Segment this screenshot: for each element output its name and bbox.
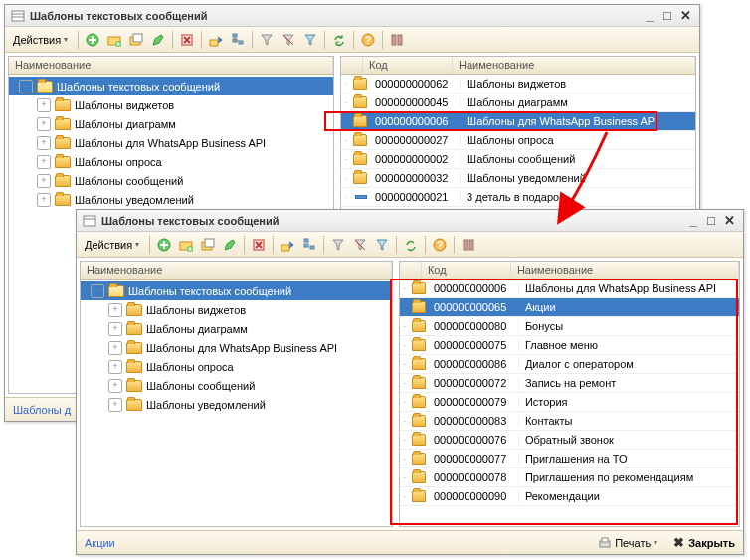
col-code[interactable]: Код <box>422 262 511 279</box>
tree-item[interactable]: +Шаблоны уведомлений <box>81 395 392 414</box>
maximize-button[interactable]: □ <box>703 214 719 228</box>
expand-icon[interactable]: + <box>37 136 51 150</box>
minimize-button[interactable]: _ <box>642 9 657 23</box>
close-button[interactable]: ✕ <box>677 9 693 23</box>
tree-item-label: Шаблоны для WhatsApp Business API <box>75 137 266 149</box>
tree-item[interactable]: +Шаблоны виджетов <box>9 95 333 114</box>
copy-button[interactable] <box>126 30 146 50</box>
folder-icon <box>55 175 71 187</box>
settings-button[interactable] <box>459 235 478 255</box>
grid-row[interactable]: ·000000000045Шаблоны диаграмм <box>341 93 695 112</box>
move-button[interactable] <box>206 30 226 50</box>
tree-item[interactable]: +Шаблоны диаграмм <box>81 319 392 338</box>
tree-item[interactable]: +Шаблоны опроса <box>81 357 392 376</box>
close-button[interactable]: ✕ <box>721 214 737 228</box>
grid-row[interactable]: ·000000000002Шаблоны сообщений <box>341 150 695 169</box>
refresh-button[interactable] <box>401 235 421 255</box>
cell-name: История <box>519 396 739 408</box>
grid-row[interactable]: ·0000000000213 деталь в подарок <box>341 188 695 207</box>
titlebar[interactable]: Шаблоны текстовых сообщений _ □ ✕ <box>5 5 699 27</box>
grid-row[interactable]: ·000000000080Бонусы <box>400 317 739 336</box>
col-code[interactable]: Код <box>363 57 453 74</box>
delete-button[interactable] <box>249 235 269 255</box>
tree-item[interactable]: +Шаблоны диаграмм <box>9 114 333 133</box>
add-folder-button[interactable] <box>176 235 196 255</box>
grid-row[interactable]: ·000000000006Шаблоны для WhatsApp Busine… <box>341 112 695 131</box>
filter-button[interactable] <box>257 30 277 50</box>
tree-item[interactable]: +Шаблоны для WhatsApp Business API <box>81 338 392 357</box>
help-button[interactable]: ? <box>358 30 378 50</box>
sort-button[interactable] <box>372 235 392 255</box>
print-menu[interactable]: Печать <box>594 533 663 553</box>
grid-row[interactable]: ·000000000062Шаблоны виджетов <box>341 75 695 93</box>
expand-icon[interactable]: + <box>37 155 51 169</box>
titlebar[interactable]: Шаблоны текстовых сообщений _ □ ✕ <box>77 210 743 232</box>
actions-menu[interactable]: Действия <box>81 235 145 255</box>
col-name[interactable]: Наименование <box>511 262 739 279</box>
expand-icon[interactable]: + <box>108 303 122 317</box>
minimize-button[interactable]: _ <box>685 214 701 228</box>
tree-item[interactable]: +Шаблоны опроса <box>9 152 333 171</box>
edit-button[interactable] <box>148 30 168 50</box>
hierarchy-button[interactable] <box>228 30 248 50</box>
collapse-icon[interactable]: − <box>19 80 33 93</box>
filter-button[interactable] <box>328 235 348 255</box>
filter-off-button[interactable] <box>350 235 370 255</box>
tree-item[interactable]: +Шаблоны уведомлений <box>9 190 333 209</box>
tree-item[interactable]: +Шаблоны виджетов <box>81 300 392 319</box>
tree-item[interactable]: −Шаблоны текстовых сообщений <box>9 77 333 95</box>
maximize-button[interactable]: □ <box>659 9 675 23</box>
grid-row[interactable]: ·000000000078Приглашения по рекомендация… <box>400 468 739 487</box>
grid-row[interactable]: ·000000000065Акции <box>400 298 739 317</box>
actions-menu[interactable]: Действия <box>9 30 74 50</box>
refresh-button[interactable] <box>329 30 349 50</box>
help-button[interactable]: ? <box>430 235 450 255</box>
grid-row[interactable]: ·000000000075Главное меню <box>400 336 739 355</box>
hierarchy-button[interactable] <box>299 235 319 255</box>
col-name[interactable]: Наименование <box>453 57 695 74</box>
svg-rect-16 <box>398 35 402 45</box>
filter-off-button[interactable] <box>279 30 298 50</box>
move-button[interactable] <box>278 235 297 255</box>
grid-row[interactable]: ·000000000083Контакты <box>400 412 739 431</box>
tree-item[interactable]: +Шаблоны для WhatsApp Business API <box>9 133 333 152</box>
grid-row[interactable]: ·000000000076Обратный звонок <box>400 431 739 450</box>
svg-rect-31 <box>464 240 468 250</box>
expand-icon[interactable]: + <box>37 193 51 207</box>
grid-row[interactable]: ·000000000077Приглашения на ТО <box>400 450 739 468</box>
expand-icon[interactable]: + <box>108 341 122 355</box>
grid[interactable]: ·000000000006Шаблоны для WhatsApp Busine… <box>400 280 739 526</box>
grid-row[interactable]: ·000000000090Рекомендации <box>400 487 739 506</box>
add-button[interactable] <box>83 30 102 50</box>
close-action[interactable]: ✖ Закрыть <box>673 535 735 550</box>
folder-icon <box>412 396 426 408</box>
expand-icon[interactable]: + <box>108 360 122 374</box>
grid-row[interactable]: ·000000000006Шаблоны для WhatsApp Busine… <box>400 280 739 298</box>
cell-code: 000000000083 <box>430 415 519 427</box>
grid-row[interactable]: ·000000000072Запись на ремонт <box>400 374 739 393</box>
expand-icon[interactable]: + <box>37 174 51 188</box>
add-folder-button[interactable] <box>104 30 124 50</box>
grid-row[interactable]: ·000000000032Шаблоны уведомлений <box>341 169 695 188</box>
tree-item[interactable]: +Шаблоны сообщений <box>9 171 333 190</box>
add-button[interactable] <box>154 235 174 255</box>
expand-icon[interactable]: + <box>37 98 51 112</box>
tree-item[interactable]: −Шаблоны текстовых сообщений <box>81 281 392 300</box>
grid-row[interactable]: ·000000000027Шаблоны опроса <box>341 131 695 150</box>
expand-icon[interactable]: + <box>37 117 51 131</box>
folder-icon <box>412 282 426 294</box>
sort-button[interactable] <box>300 30 320 50</box>
grid-row[interactable]: ·000000000079История <box>400 393 739 412</box>
collapse-icon[interactable]: − <box>91 284 104 298</box>
tree-item[interactable]: +Шаблоны сообщений <box>81 376 392 395</box>
edit-button[interactable] <box>220 235 240 255</box>
expand-icon[interactable]: + <box>108 322 122 336</box>
expand-icon[interactable]: + <box>108 379 122 393</box>
delete-button[interactable] <box>177 30 197 50</box>
settings-button[interactable] <box>387 30 407 50</box>
copy-button[interactable] <box>198 235 218 255</box>
grid-row[interactable]: ·000000000086Диалог с оператором <box>400 355 739 374</box>
expand-icon[interactable]: + <box>108 398 122 412</box>
tree[interactable]: −Шаблоны текстовых сообщений+Шаблоны вид… <box>81 280 392 526</box>
tree-item-label: Шаблоны диаграмм <box>75 118 176 130</box>
